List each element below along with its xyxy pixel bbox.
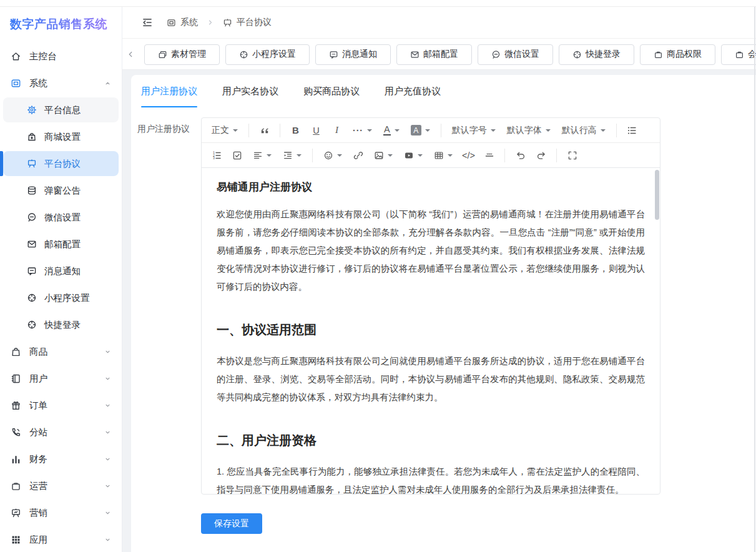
sidebar-group-substation[interactable]: 分站 xyxy=(0,420,122,445)
sidebar-item-message-notify[interactable]: 消息通知 xyxy=(3,259,119,283)
redo-icon xyxy=(536,150,546,160)
phone-icon xyxy=(11,427,21,438)
sidebar-group-operation[interactable]: 运营 xyxy=(0,473,122,498)
sidebar-item-label: 主控台 xyxy=(29,51,57,62)
sidebar-group-goods[interactable]: 商品 xyxy=(0,339,122,364)
editor-scrollbar-thumb[interactable] xyxy=(655,170,659,220)
active-indicator-bar xyxy=(0,151,3,176)
sidebar-group-finance[interactable]: 财务 xyxy=(0,446,122,471)
bullet-list-button[interactable] xyxy=(622,121,642,140)
svg-text:3: 3 xyxy=(213,156,215,160)
insert-table-dropdown[interactable] xyxy=(428,146,458,165)
database-icon xyxy=(27,185,37,195)
breadcrumb-section[interactable]: 系统 xyxy=(167,17,198,28)
quicktab-quick-login-button[interactable]: 快捷登录 xyxy=(559,44,634,65)
quicktab-miniapp-button[interactable]: 小程序设置 xyxy=(225,44,310,65)
chevron-down-icon xyxy=(104,429,111,436)
undo-button[interactable] xyxy=(510,146,531,165)
sidebar-item-dashboard[interactable]: 主控台 xyxy=(0,44,122,69)
sidebar-item-email-config[interactable]: 邮箱配置 xyxy=(3,232,119,257)
save-settings-button[interactable]: 保存设置 xyxy=(201,513,262,534)
chevron-down-icon xyxy=(104,348,111,355)
insert-link-button[interactable] xyxy=(348,146,368,165)
bar-chart-icon xyxy=(11,454,21,465)
page-scrollbar[interactable] xyxy=(754,7,755,552)
sidebar-item-quick-login[interactable]: 快捷登录 xyxy=(3,312,119,337)
tab-label: 用户充值协议 xyxy=(385,86,441,97)
agreement-tabs: 用户注册协议 用户实名协议 购买商品协议 用户充值协议 xyxy=(141,75,441,107)
emoji-dropdown[interactable] xyxy=(318,146,348,165)
toolbar-separator xyxy=(504,149,505,162)
redo-button[interactable] xyxy=(531,146,551,165)
toolbar-separator xyxy=(616,124,617,137)
sidebar-group-system[interactable]: 系统 xyxy=(0,71,122,96)
insert-image-dropdown[interactable] xyxy=(368,146,398,165)
chevron-down-icon xyxy=(418,154,423,159)
chevron-down-icon xyxy=(388,154,393,159)
indent-dropdown[interactable] xyxy=(277,146,307,165)
material-icon xyxy=(158,50,167,59)
quicktab-email-button[interactable]: 邮箱配置 xyxy=(396,44,472,65)
scroll-left-icon[interactable] xyxy=(125,50,136,59)
easel-icon xyxy=(27,159,37,169)
sidebar-group-orders[interactable]: 订单 xyxy=(0,393,122,418)
tab-recharge-agreement[interactable]: 用户充值协议 xyxy=(385,75,441,107)
quicktab-material-button[interactable]: 素材管理 xyxy=(144,44,220,65)
tab-user-realname-agreement[interactable]: 用户实名协议 xyxy=(222,75,278,107)
paragraph-style-dropdown[interactable]: 正文 xyxy=(206,121,243,140)
chevron-down-icon xyxy=(297,154,302,159)
editor-content-area[interactable]: 易铺通用户注册协议 欢迎您使用由商丘聚惠网络科技有限公司（以下简称 “我们”）运… xyxy=(202,168,660,494)
toolbar-separator xyxy=(556,149,557,162)
quicktab-message-button[interactable]: 消息通知 xyxy=(315,44,391,65)
quicktab-label: 快捷登录 xyxy=(586,49,621,60)
indent-icon xyxy=(283,150,293,160)
sidebar-item-platform-info[interactable]: 平台信息 xyxy=(3,97,119,122)
insert-video-dropdown[interactable] xyxy=(398,146,428,165)
blockquote-button[interactable] xyxy=(254,121,275,140)
breadcrumb-page[interactable]: 平台协议 xyxy=(223,17,272,28)
font-color-dropdown[interactable]: A xyxy=(378,121,405,140)
underline-button[interactable]: U xyxy=(306,121,326,140)
background-color-dropdown[interactable]: A xyxy=(405,121,436,140)
sidebar-group-label: 订单 xyxy=(29,400,47,412)
divider-button[interactable] xyxy=(479,146,499,165)
sidebar-group-apps[interactable]: 应用 xyxy=(0,527,122,552)
quick-tab-bar: 素材管理 小程序设置 消息通知 邮箱配置 微信设置 快捷登录 xyxy=(122,39,756,70)
quicktab-wechat-button[interactable]: 微信设置 xyxy=(478,44,553,65)
toolbar-separator xyxy=(441,124,441,137)
font-family-dropdown[interactable]: 默认字体 xyxy=(501,121,556,140)
more-styles-dropdown[interactable]: ··· xyxy=(347,121,378,140)
sidebar-group-marketing[interactable]: 营销 xyxy=(0,500,122,525)
align-dropdown[interactable] xyxy=(247,146,277,165)
system-icon xyxy=(167,18,176,27)
app-logo: 数字产品销售系统 xyxy=(0,7,122,32)
fullscreen-button[interactable] xyxy=(562,146,582,165)
sidebar-item-wechat-settings[interactable]: 微信设置 xyxy=(3,205,119,230)
quicktab-label: 商品权限 xyxy=(667,49,702,60)
quicktab-goods-permission-button[interactable]: 商品权限 xyxy=(640,44,715,65)
bag-icon xyxy=(11,347,21,357)
sidebar-item-miniapp-settings[interactable]: 小程序设置 xyxy=(3,285,119,310)
task-list-button[interactable] xyxy=(227,146,247,165)
chevron-down-icon xyxy=(601,129,606,134)
sidebar-group-label: 用户 xyxy=(29,373,47,385)
bold-button[interactable]: B xyxy=(285,121,306,140)
font-size-dropdown[interactable]: 默认字号 xyxy=(446,121,501,140)
tab-user-register-agreement[interactable]: 用户注册协议 xyxy=(141,75,197,107)
sidebar-group-label: 应用 xyxy=(29,534,47,546)
chevron-down-icon xyxy=(337,154,342,159)
sidebar-item-popup-notice[interactable]: 弹窗公告 xyxy=(3,178,119,203)
gift-icon xyxy=(11,400,21,411)
sidebar-item-platform-agreement[interactable]: 平台协议 xyxy=(3,151,119,176)
chevron-down-icon xyxy=(104,456,111,463)
sidebar-group-users[interactable]: 用户 xyxy=(0,366,122,391)
ordered-list-button[interactable]: 123 xyxy=(206,146,227,165)
collapse-sidebar-icon[interactable] xyxy=(142,17,153,28)
line-height-dropdown[interactable]: 默认行高 xyxy=(556,121,611,140)
sidebar-item-mall-settings[interactable]: 商城设置 xyxy=(3,124,119,149)
italic-button[interactable]: I xyxy=(326,121,347,140)
code-block-button[interactable]: </> xyxy=(458,146,479,165)
quicktab-member-system-button[interactable]: 会员体系 xyxy=(721,44,756,65)
agreement-title: 易铺通用户注册协议 xyxy=(217,179,645,195)
tab-purchase-agreement[interactable]: 购买商品协议 xyxy=(303,75,360,107)
